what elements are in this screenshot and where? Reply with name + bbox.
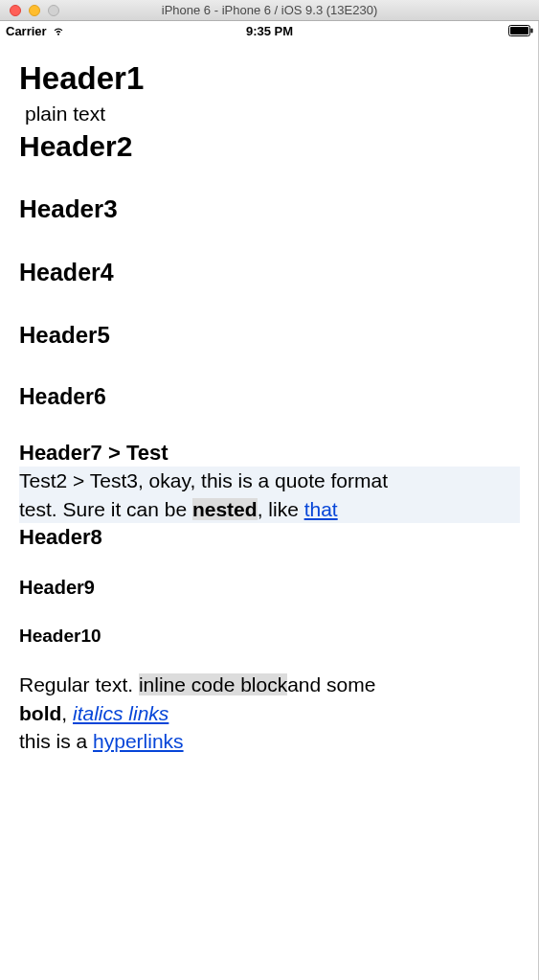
- quote-block: Test2 > Test3, okay, this is a quote for…: [19, 467, 520, 523]
- status-time: 9:35 PM: [246, 24, 293, 38]
- heading-1: Header1: [19, 57, 520, 101]
- carrier-label: Carrier: [6, 24, 47, 38]
- content-area[interactable]: Header1 plain text Header2 Header3 Heade…: [0, 40, 539, 773]
- quote-link-that[interactable]: that: [304, 498, 338, 520]
- status-bar: Carrier 9:35 PM: [0, 21, 539, 40]
- heading-8: Header8: [19, 523, 520, 552]
- heading-2: Header2: [19, 127, 520, 167]
- para-text-4: this is a: [19, 730, 93, 752]
- svg-rect-2: [531, 29, 533, 34]
- heading-7: Header7 > Test: [19, 439, 520, 467]
- heading-10: Header10: [19, 624, 520, 649]
- svg-rect-1: [510, 27, 528, 34]
- heading-3: Header3: [19, 193, 520, 226]
- zoom-icon: [48, 5, 59, 16]
- quote-text-1: Test2 > Test3, okay, this is a quote for…: [19, 469, 388, 491]
- hyperlink[interactable]: hyperlinks: [93, 730, 184, 752]
- para-text-1: Regular text.: [19, 673, 139, 695]
- para-bold: bold: [19, 702, 61, 724]
- para-text-3: ,: [61, 702, 73, 724]
- status-left: Carrier: [6, 24, 65, 38]
- paragraph-block: Regular text. inline code blockand some …: [19, 671, 520, 755]
- battery-icon: [508, 25, 533, 36]
- plain-text: plain text: [19, 101, 520, 127]
- heading-4: Header4: [19, 257, 520, 289]
- quote-text-2: test. Sure it can be: [19, 498, 192, 520]
- heading-6: Header6: [19, 382, 520, 412]
- close-icon[interactable]: [10, 5, 21, 16]
- window-titlebar: iPhone 6 - iPhone 6 / iOS 9.3 (13E230): [0, 0, 539, 21]
- status-right: [508, 25, 533, 36]
- window-title: iPhone 6 - iPhone 6 / iOS 9.3 (13E230): [162, 3, 377, 17]
- italics-link[interactable]: italics links: [73, 702, 168, 724]
- quote-text-3: , like: [258, 498, 304, 520]
- heading-5: Header5: [19, 320, 520, 351]
- wifi-icon: [52, 24, 65, 37]
- para-text-2: and some: [287, 673, 375, 695]
- device-frame: Carrier 9:35 PM Header1 plain text Heade…: [0, 21, 539, 980]
- heading-9: Header9: [19, 575, 520, 601]
- traffic-lights: [0, 5, 59, 16]
- inline-code: inline code block: [139, 673, 287, 695]
- quote-nested-bold: nested: [192, 498, 258, 520]
- minimize-icon[interactable]: [29, 5, 40, 16]
